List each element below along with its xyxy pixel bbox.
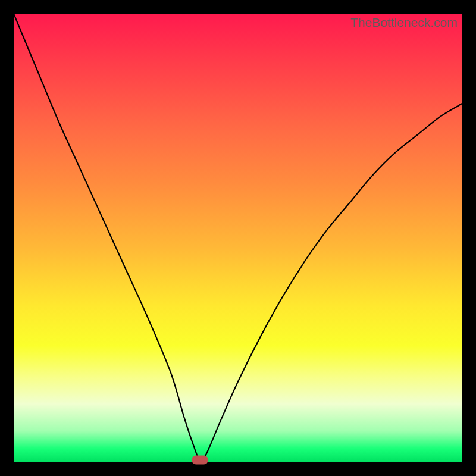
- curve-path: [14, 14, 462, 461]
- plot-area: TheBottleneck.com: [14, 14, 462, 462]
- chart-frame: TheBottleneck.com: [0, 0, 476, 476]
- optimal-point-marker: [192, 456, 208, 465]
- bottleneck-curve: [14, 14, 462, 462]
